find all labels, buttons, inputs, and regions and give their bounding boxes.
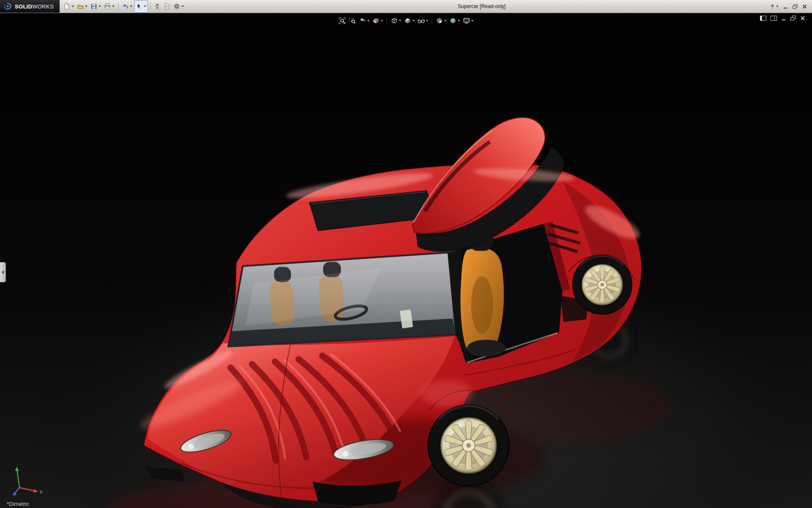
file-properties-icon — [164, 3, 170, 10]
previous-view-icon — [359, 17, 366, 25]
feature-manager-pane-button[interactable] — [760, 16, 766, 21]
open-dropdown-caret[interactable] — [85, 6, 88, 7]
view-orientation-icon — [390, 17, 398, 25]
restore-document-icon — [790, 16, 796, 21]
feature-manager-pane-icon — [760, 16, 766, 21]
select-cursor-icon — [136, 3, 143, 10]
zoom-to-fit-button[interactable] — [337, 16, 347, 25]
toolbar-separator — [150, 3, 151, 10]
new-document-icon — [63, 3, 70, 10]
undo-dropdown-caret[interactable] — [130, 6, 132, 7]
seat-cushion — [467, 340, 506, 356]
print-button[interactable] — [103, 0, 116, 12]
minimize-icon — [783, 4, 788, 9]
view-settings-dropdown-caret[interactable] — [471, 20, 474, 22]
graphics-viewport[interactable]: x *Dimetric — [0, 13, 812, 508]
view-orientation-label: *Dimetric — [7, 501, 29, 507]
heads-up-separator — [432, 17, 432, 24]
close-document-icon — [800, 16, 805, 21]
view-settings-icon — [463, 17, 470, 25]
triad-x-arrow — [33, 489, 38, 493]
hide-show-items-button[interactable] — [417, 16, 429, 25]
zoom-to-area-button[interactable] — [348, 16, 357, 25]
zoom-to-area-icon — [348, 17, 356, 25]
options-dropdown-caret[interactable] — [181, 6, 184, 7]
section-view-button[interactable] — [371, 16, 384, 25]
brand-name: SOLIDWORKS — [15, 3, 54, 10]
previous-view-button[interactable] — [358, 16, 370, 25]
save-button[interactable] — [89, 0, 102, 12]
open-folder-icon — [77, 3, 84, 10]
brand-logo: SOLIDWORKS — [0, 0, 60, 13]
undo-button[interactable] — [121, 0, 134, 12]
help-dropdown-caret[interactable] — [776, 6, 779, 7]
toolbar-separator — [118, 3, 118, 10]
minimize-document-icon — [781, 16, 786, 21]
minimize-button[interactable] — [783, 4, 788, 9]
triad-x-label: x — [40, 489, 43, 495]
select-dropdown-caret[interactable] — [144, 6, 146, 7]
hide-show-items-dropdown-caret[interactable] — [426, 20, 428, 22]
apply-scene-button[interactable] — [448, 16, 461, 25]
heads-up-toolbar — [337, 16, 475, 25]
new-document-button[interactable] — [62, 0, 75, 12]
reference-triad: x — [4, 462, 47, 500]
restore-document-button[interactable] — [790, 16, 796, 21]
open-button[interactable] — [76, 0, 89, 12]
help-button[interactable]: ? — [771, 3, 779, 10]
view-settings-button[interactable] — [462, 16, 475, 25]
dassault-3ds-logo-icon — [3, 3, 12, 10]
edit-appearance-dropdown-caret[interactable] — [444, 20, 447, 22]
view-orientation-button[interactable] — [390, 16, 402, 25]
rebuild-button[interactable] — [153, 0, 162, 12]
window-title: Supercar [Read-only] — [458, 3, 505, 9]
display-style-dropdown-caret[interactable] — [412, 20, 415, 22]
collapse-arrow-icon — [2, 271, 4, 274]
apply-scene-dropdown-caret[interactable] — [458, 20, 460, 22]
close-button[interactable] — [802, 4, 807, 9]
help-glyph: ? — [771, 3, 774, 10]
windshield — [228, 253, 456, 347]
minimize-document-button[interactable] — [781, 16, 786, 21]
window-controls: ? — [771, 3, 812, 10]
select-button[interactable] — [134, 0, 148, 13]
section-view-icon — [372, 17, 380, 25]
hide-show-items-glasses-icon — [417, 17, 425, 25]
restore-button[interactable] — [793, 4, 798, 9]
heads-up-separator — [387, 17, 387, 24]
rear-wheel — [573, 255, 632, 314]
view-orientation-dropdown-caret[interactable] — [399, 20, 401, 22]
close-document-button[interactable] — [800, 16, 805, 21]
save-dropdown-caret[interactable] — [99, 6, 101, 7]
solidworks-window: SOLIDWORKS — [0, 0, 812, 508]
triad-y-arrow — [15, 467, 19, 471]
edit-appearance-button[interactable] — [435, 16, 447, 25]
zoom-to-fit-icon — [338, 17, 346, 25]
previous-view-dropdown-caret[interactable] — [367, 20, 370, 22]
restore-down-icon — [793, 4, 798, 9]
standard-toolbar — [60, 0, 188, 13]
file-properties-button[interactable] — [162, 0, 172, 12]
seat-bolster — [471, 276, 493, 334]
front-wheel — [428, 405, 509, 486]
print-dropdown-caret[interactable] — [112, 6, 115, 7]
3d-model-canvas[interactable] — [0, 13, 812, 508]
rebuild-traffic-light-icon — [154, 3, 161, 10]
display-pane-button[interactable] — [771, 16, 777, 21]
close-icon — [802, 4, 807, 9]
display-style-button[interactable] — [403, 16, 416, 25]
brand-name-bold: SOLID — [15, 3, 32, 10]
options-button[interactable] — [172, 0, 185, 12]
panel-collapse-tab[interactable] — [0, 262, 6, 282]
display-pane-icon — [771, 16, 777, 21]
apply-scene-icon — [449, 17, 457, 25]
print-icon — [104, 3, 111, 10]
display-style-icon — [404, 17, 411, 25]
new-document-dropdown-caret[interactable] — [71, 6, 74, 7]
titlebar: SOLIDWORKS — [0, 0, 812, 13]
save-icon — [91, 3, 97, 10]
document-window-controls — [760, 16, 805, 21]
brand-name-light: WORKS — [32, 3, 54, 10]
section-view-dropdown-caret[interactable] — [381, 20, 383, 22]
options-gear-icon — [173, 3, 180, 10]
